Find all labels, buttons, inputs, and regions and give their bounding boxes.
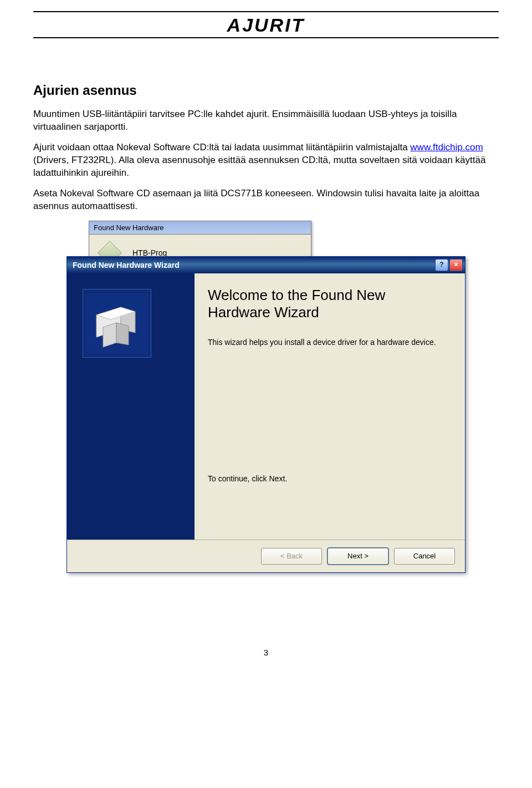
wizard-heading: Welcome to the Found New Hardware Wizard — [208, 287, 448, 321]
wizard-titlebar[interactable]: Found New Hardware Wizard ? × — [67, 257, 465, 273]
para-1: Muuntimen USB-liitäntäpiiri tarvitsee PC… — [33, 108, 499, 134]
help-button[interactable]: ? — [435, 259, 448, 271]
para-2a: Ajurit voidaan ottaa Nokeval Software CD… — [33, 142, 410, 152]
wizard-button-bar: < Back Next > Cancel — [67, 540, 465, 572]
page-number: 3 — [33, 648, 499, 657]
section-head: Ajurien asennus — [33, 83, 499, 98]
doc-title: AJURIT — [33, 14, 499, 36]
found-new-hardware-wizard: Found New Hardware Wizard ? × — [66, 256, 466, 573]
screenshot-stack: Found New Hardware HTB-Prog Found New Ha… — [66, 221, 466, 609]
title-rule-top — [33, 11, 499, 12]
wizard-title-text: Found New Hardware Wizard — [73, 261, 180, 270]
para-2b: (Drivers, FT232RL). Alla oleva asennusoh… — [33, 155, 485, 178]
ftdichip-link[interactable]: www.ftdichip.com — [410, 142, 483, 152]
close-button[interactable]: × — [449, 259, 463, 271]
next-button[interactable]: Next > — [328, 548, 388, 565]
back-button: < Back — [261, 548, 322, 565]
svg-marker-5 — [116, 323, 129, 345]
wizard-continue: To continue, click Next. — [208, 474, 448, 483]
fnn-title: Found New Hardware — [89, 221, 311, 235]
wizard-intro: This wizard helps you install a device d… — [208, 338, 448, 347]
wizard-side-panel — [67, 273, 195, 540]
para-3: Aseta Nokeval Software CD asemaan ja lii… — [33, 187, 499, 213]
svg-marker-4 — [103, 323, 116, 347]
cancel-button[interactable]: Cancel — [394, 548, 455, 565]
para-2: Ajurit voidaan ottaa Nokeval Software CD… — [33, 141, 499, 180]
wizard-side-icon — [83, 289, 151, 358]
